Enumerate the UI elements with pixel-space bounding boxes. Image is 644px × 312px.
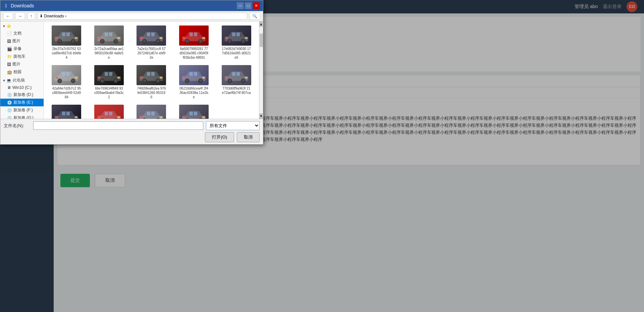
- quick-access-header[interactable]: ▾ ⭐: [0, 23, 44, 30]
- svg-rect-8: [75, 37, 77, 39]
- dialog-forward-btn[interactable]: →: [15, 12, 25, 20]
- svg-point-73: [143, 80, 146, 82]
- svg-rect-139: [183, 116, 185, 118]
- file-thumb-1: [94, 25, 124, 46]
- file-item-9[interactable]: 7703d6ff9a963f 21e72aef6b74f 807ca: [216, 64, 256, 101]
- svg-rect-136: [190, 112, 193, 115]
- sidebar-doc-item[interactable]: 📄 文档: [0, 30, 44, 37]
- svg-rect-68: [117, 77, 120, 79]
- file-item-3[interactable]: 8a5007995f281 77d5616e085 c904f3ff63bcba…: [174, 24, 214, 61]
- svg-rect-36: [190, 33, 193, 36]
- svg-rect-9: [55, 37, 58, 39]
- file-item-13[interactable]: 99017d387fd48 9f7e5b8c17883 aa743e: [174, 103, 214, 119]
- svg-rect-16: [105, 33, 108, 36]
- file-item-1[interactable]: 2c72a2cad5faa ae19850109c88 4a8e5e: [89, 24, 129, 61]
- file-item-4[interactable]: 17e082d749030 177d5616e085 d0021e5: [216, 24, 256, 61]
- dialog-footer: 文件名(N): 所有文件 打开(O) 取消: [0, 119, 263, 144]
- svg-rect-137: [194, 112, 197, 115]
- dialog-search-btn[interactable]: 🔍: [249, 12, 260, 20]
- doc-label: 文档: [13, 31, 21, 36]
- sidebar-picture-item[interactable]: 🖼 图片: [0, 37, 44, 45]
- file-thumb-2: [137, 25, 166, 46]
- file-grid: 2bc37a7c93762 53ca89e4827c6 b9dfe4 2c72a…: [47, 24, 256, 119]
- svg-rect-76: [147, 72, 150, 76]
- sidebar-video-item[interactable]: 🎬 录像: [0, 45, 44, 53]
- dialog-path-text: ⬇ Downloads ›: [40, 14, 66, 18]
- sidebar-bread-item[interactable]: 📁 面包车: [0, 53, 44, 60]
- dialog-back-btn[interactable]: ←: [3, 12, 13, 20]
- campus-icon: 🏫: [7, 70, 12, 74]
- drive-e-icon: 💿: [7, 100, 12, 105]
- svg-point-3: [58, 40, 61, 43]
- sidebar-drive-e[interactable]: 💿 新加卷 (E:): [0, 99, 44, 106]
- svg-rect-57: [66, 72, 70, 76]
- sidebar-drive-d[interactable]: 💿 新加卷 (D:): [0, 91, 44, 99]
- file-item-11[interactable]: 35352da304363 43cee7a37b7ad 4b7d0e: [89, 103, 129, 119]
- drive-e-label: 新加卷 (E:): [13, 100, 33, 105]
- sidebar-campus-item[interactable]: 🏫 校园: [0, 68, 44, 76]
- svg-point-33: [186, 40, 189, 43]
- dialog-cancel-btn[interactable]: 取消: [237, 132, 260, 142]
- file-dialog: ⬇ Downloads ─ □ ✕ ← → ↑ ⬇ Downloads › 🔍: [0, 0, 263, 145]
- dialog-up-btn[interactable]: ↑: [27, 12, 35, 20]
- dialog-title-icon: ⬇: [4, 3, 8, 9]
- file-name-1: 2c72a2cad5faa ae19850109c88 4a8e5e: [94, 47, 124, 60]
- file-item-0[interactable]: 2bc37a7c93762 53ca89e4827c6 b9dfe4: [47, 24, 87, 61]
- svg-rect-86: [190, 72, 193, 76]
- svg-point-83: [186, 80, 189, 82]
- sidebar-pic2-item[interactable]: 🖼 图片: [0, 60, 44, 68]
- svg-rect-18: [117, 37, 120, 39]
- file-thumb-10: [52, 105, 81, 119]
- dialog-open-btn[interactable]: 打开(O): [205, 132, 234, 142]
- svg-rect-58: [75, 77, 77, 79]
- filename-input[interactable]: [33, 121, 203, 130]
- file-name-8: 06210d66cea4f 2f436ac42838a 11e2be: [179, 86, 209, 99]
- svg-rect-127: [151, 112, 155, 115]
- dialog-title: Downloads: [11, 3, 34, 8]
- file-item-2[interactable]: 7a2e1c7681cc8 572672481d67e ebf92e: [131, 24, 171, 61]
- sidebar-drive-f[interactable]: 💿 新加卷 (F:): [0, 106, 44, 114]
- sidebar-drive-g[interactable]: 💿 新加卷 (G:): [0, 114, 44, 119]
- drive-d-icon: 💿: [7, 93, 12, 97]
- svg-rect-107: [66, 112, 70, 115]
- svg-rect-99: [225, 77, 228, 79]
- quick-access-arrow: ▾: [3, 24, 5, 29]
- dialog-toolbar: ← → ↑ ⬇ Downloads › 🔍: [0, 11, 263, 21]
- dialog-sidebar: ▾ ⭐ 📄 文档 🖼 图片 🎬 录像: [0, 21, 44, 119]
- scroll-up-btn[interactable]: ▲: [259, 21, 263, 27]
- svg-point-23: [143, 40, 146, 43]
- this-pc-header[interactable]: ▾ 💻 此电脑: [0, 76, 44, 84]
- video-label: 录像: [13, 46, 21, 52]
- file-thumb-4: [222, 25, 251, 46]
- file-type-select[interactable]: 所有文件: [206, 121, 260, 130]
- dialog-maximize-btn[interactable]: □: [245, 2, 252, 9]
- svg-rect-38: [202, 37, 205, 39]
- file-name-7: 74fd38eaf62ea 976fe03841260 853196: [137, 86, 166, 99]
- dialog-scrollbar[interactable]: ▲ ▼: [259, 21, 263, 119]
- file-thumb-6: [94, 65, 124, 85]
- dialog-close-btn[interactable]: ✕: [253, 2, 260, 9]
- svg-rect-88: [202, 77, 205, 79]
- scroll-thumb[interactable]: [260, 34, 263, 47]
- this-pc-group: ▾ 💻 此电脑 🖥 Win10 (C:) 💿 新加卷 (D:) 💿: [0, 76, 44, 119]
- file-item-12[interactable]: 88534d4f18448 2b67d9e29512 e0dd62a: [131, 103, 171, 119]
- file-item-5[interactable]: 42a84e7d2b7c2 95c883beed449 52d984: [47, 64, 87, 101]
- file-item-10[interactable]: 027723a83d8cc 074b13bf31c72 f8a94b: [47, 103, 87, 119]
- file-item-6[interactable]: 66e769634f849 93c009ae6bab4 f9a3c2: [89, 64, 129, 101]
- svg-rect-67: [109, 72, 112, 76]
- svg-rect-96: [232, 72, 235, 76]
- drive-f-icon: 💿: [7, 108, 12, 113]
- file-item-7[interactable]: 74fd38eaf62ea 976fe03841260 853196: [131, 64, 171, 101]
- svg-rect-97: [236, 72, 240, 76]
- dialog-path-bar: ⬇ Downloads ›: [37, 13, 247, 19]
- campus-label: 校园: [13, 69, 21, 75]
- file-item-8[interactable]: 06210d66cea4f 2f436ac42838a 11e2be: [174, 64, 214, 101]
- dialog-minimize-btn[interactable]: ─: [237, 2, 244, 9]
- file-name-9: 7703d6ff9a963f 21e72aef6b74f 807ca: [222, 86, 251, 95]
- scroll-down-btn[interactable]: ▼: [259, 113, 263, 119]
- sidebar-win10-item[interactable]: 🖥 Win10 (C:): [0, 84, 44, 91]
- file-thumb-11: [94, 105, 124, 119]
- dialog-title-controls: ─ □ ✕: [237, 2, 260, 9]
- svg-point-64: [114, 80, 117, 82]
- svg-point-84: [199, 80, 202, 82]
